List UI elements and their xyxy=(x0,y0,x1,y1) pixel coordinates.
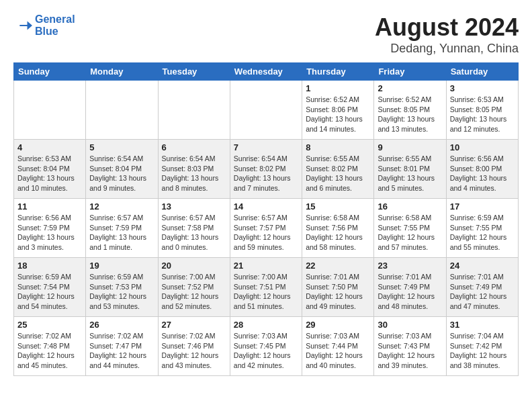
day-number: 3 xyxy=(450,83,515,93)
day-number: 4 xyxy=(17,142,82,152)
day-number: 14 xyxy=(234,201,298,212)
calendar-cell: 19Sunrise: 6:59 AM Sunset: 7:53 PM Dayli… xyxy=(86,258,158,317)
day-info: Sunrise: 6:53 AM Sunset: 8:05 PM Dayligh… xyxy=(450,95,515,134)
calendar-cell: 27Sunrise: 7:02 AM Sunset: 7:46 PM Dayli… xyxy=(158,317,230,376)
day-info: Sunrise: 7:01 AM Sunset: 7:49 PM Dayligh… xyxy=(378,272,442,312)
day-number: 27 xyxy=(162,320,226,330)
calendar-cell: 11Sunrise: 6:56 AM Sunset: 7:59 PM Dayli… xyxy=(14,199,86,258)
day-info: Sunrise: 7:03 AM Sunset: 7:44 PM Dayligh… xyxy=(306,331,370,371)
calendar-cell: 26Sunrise: 7:02 AM Sunset: 7:47 PM Dayli… xyxy=(86,317,158,376)
main-title: August 2024 xyxy=(375,13,519,42)
day-info: Sunrise: 6:58 AM Sunset: 7:55 PM Dayligh… xyxy=(378,213,442,253)
calendar-table: SundayMondayTuesdayWednesdayThursdayFrid… xyxy=(13,62,519,376)
calendar-cell: 1Sunrise: 6:52 AM Sunset: 8:06 PM Daylig… xyxy=(302,81,374,140)
day-info: Sunrise: 6:53 AM Sunset: 8:04 PM Dayligh… xyxy=(17,154,82,193)
weekday-header-row: SundayMondayTuesdayWednesdayThursdayFrid… xyxy=(14,63,519,81)
day-info: Sunrise: 6:57 AM Sunset: 7:58 PM Dayligh… xyxy=(162,213,226,253)
day-number: 8 xyxy=(306,142,370,152)
calendar-cell: 5Sunrise: 6:54 AM Sunset: 8:04 PM Daylig… xyxy=(86,140,158,199)
calendar-cell: 16Sunrise: 6:58 AM Sunset: 7:55 PM Dayli… xyxy=(374,199,446,258)
calendar-cell: 15Sunrise: 6:58 AM Sunset: 7:56 PM Dayli… xyxy=(302,199,374,258)
day-number: 21 xyxy=(234,261,298,271)
calendar-cell: 31Sunrise: 7:04 AM Sunset: 7:42 PM Dayli… xyxy=(446,317,518,376)
calendar-cell: 9Sunrise: 6:55 AM Sunset: 8:01 PM Daylig… xyxy=(374,140,446,199)
weekday-header-sunday: Sunday xyxy=(14,63,86,81)
title-block: August 2024 Dedang, Yunnan, China xyxy=(375,13,519,56)
page-header: General Blue August 2024 Dedang, Yunnan,… xyxy=(13,13,519,56)
calendar-cell: 25Sunrise: 7:02 AM Sunset: 7:48 PM Dayli… xyxy=(14,317,86,376)
weekday-header-saturday: Saturday xyxy=(446,63,518,81)
day-number: 26 xyxy=(89,320,154,330)
calendar-week-1: 1Sunrise: 6:52 AM Sunset: 8:06 PM Daylig… xyxy=(14,81,519,140)
calendar-cell: 8Sunrise: 6:55 AM Sunset: 8:02 PM Daylig… xyxy=(302,140,374,199)
day-number: 23 xyxy=(378,261,442,271)
calendar-week-5: 25Sunrise: 7:02 AM Sunset: 7:48 PM Dayli… xyxy=(14,317,519,376)
calendar-cell: 22Sunrise: 7:01 AM Sunset: 7:50 PM Dayli… xyxy=(302,258,374,317)
day-number: 12 xyxy=(89,201,154,212)
day-info: Sunrise: 7:03 AM Sunset: 7:45 PM Dayligh… xyxy=(234,331,298,371)
day-info: Sunrise: 7:02 AM Sunset: 7:48 PM Dayligh… xyxy=(17,331,82,371)
day-number: 1 xyxy=(306,83,370,93)
day-info: Sunrise: 6:57 AM Sunset: 7:57 PM Dayligh… xyxy=(234,213,298,253)
weekday-header-thursday: Thursday xyxy=(302,63,374,81)
day-info: Sunrise: 6:55 AM Sunset: 8:01 PM Dayligh… xyxy=(378,154,442,193)
day-number: 11 xyxy=(17,201,82,212)
calendar-cell: 6Sunrise: 6:54 AM Sunset: 8:03 PM Daylig… xyxy=(158,140,230,199)
day-info: Sunrise: 6:54 AM Sunset: 8:04 PM Dayligh… xyxy=(89,154,154,193)
day-number: 7 xyxy=(234,142,298,152)
day-info: Sunrise: 6:57 AM Sunset: 7:59 PM Dayligh… xyxy=(89,213,154,253)
logo: General Blue xyxy=(13,13,75,37)
svg-marker-1 xyxy=(19,21,32,30)
calendar-cell: 4Sunrise: 6:53 AM Sunset: 8:04 PM Daylig… xyxy=(14,140,86,199)
day-number: 30 xyxy=(378,320,442,330)
calendar-cell: 2Sunrise: 6:52 AM Sunset: 8:05 PM Daylig… xyxy=(374,81,446,140)
calendar-cell: 14Sunrise: 6:57 AM Sunset: 7:57 PM Dayli… xyxy=(230,199,302,258)
day-info: Sunrise: 6:56 AM Sunset: 8:00 PM Dayligh… xyxy=(450,154,515,193)
weekday-header-tuesday: Tuesday xyxy=(158,63,230,81)
day-info: Sunrise: 6:56 AM Sunset: 7:59 PM Dayligh… xyxy=(17,213,82,253)
logo-icon xyxy=(13,16,32,35)
day-info: Sunrise: 7:00 AM Sunset: 7:51 PM Dayligh… xyxy=(234,272,298,312)
day-info: Sunrise: 6:54 AM Sunset: 8:02 PM Dayligh… xyxy=(234,154,298,193)
day-info: Sunrise: 7:02 AM Sunset: 7:46 PM Dayligh… xyxy=(162,331,226,371)
calendar-cell: 17Sunrise: 6:59 AM Sunset: 7:55 PM Dayli… xyxy=(446,199,518,258)
calendar-cell: 10Sunrise: 6:56 AM Sunset: 8:00 PM Dayli… xyxy=(446,140,518,199)
calendar-cell: 23Sunrise: 7:01 AM Sunset: 7:49 PM Dayli… xyxy=(374,258,446,317)
weekday-header-monday: Monday xyxy=(86,63,158,81)
calendar-week-3: 11Sunrise: 6:56 AM Sunset: 7:59 PM Dayli… xyxy=(14,199,519,258)
day-number: 10 xyxy=(450,142,515,152)
day-info: Sunrise: 7:02 AM Sunset: 7:47 PM Dayligh… xyxy=(89,331,154,371)
day-info: Sunrise: 7:04 AM Sunset: 7:42 PM Dayligh… xyxy=(450,331,515,371)
calendar-cell: 13Sunrise: 6:57 AM Sunset: 7:58 PM Dayli… xyxy=(158,199,230,258)
calendar-cell: 21Sunrise: 7:00 AM Sunset: 7:51 PM Dayli… xyxy=(230,258,302,317)
day-number: 16 xyxy=(378,201,442,212)
day-number: 13 xyxy=(162,201,226,212)
calendar-cell: 28Sunrise: 7:03 AM Sunset: 7:45 PM Dayli… xyxy=(230,317,302,376)
calendar-cell: 30Sunrise: 7:03 AM Sunset: 7:43 PM Dayli… xyxy=(374,317,446,376)
day-number: 28 xyxy=(234,320,298,330)
calendar-cell: 24Sunrise: 7:01 AM Sunset: 7:49 PM Dayli… xyxy=(446,258,518,317)
day-number: 18 xyxy=(17,261,82,271)
logo-text: General Blue xyxy=(35,13,75,37)
day-number: 24 xyxy=(450,261,515,271)
day-info: Sunrise: 7:01 AM Sunset: 7:49 PM Dayligh… xyxy=(450,272,515,312)
subtitle: Dedang, Yunnan, China xyxy=(375,42,519,56)
calendar-week-4: 18Sunrise: 6:59 AM Sunset: 7:54 PM Dayli… xyxy=(14,258,519,317)
day-number: 31 xyxy=(450,320,515,330)
calendar-week-2: 4Sunrise: 6:53 AM Sunset: 8:04 PM Daylig… xyxy=(14,140,519,199)
calendar-cell: 20Sunrise: 7:00 AM Sunset: 7:52 PM Dayli… xyxy=(158,258,230,317)
calendar-cell xyxy=(230,81,302,140)
day-info: Sunrise: 6:54 AM Sunset: 8:03 PM Dayligh… xyxy=(162,154,226,193)
calendar-cell: 18Sunrise: 6:59 AM Sunset: 7:54 PM Dayli… xyxy=(14,258,86,317)
day-info: Sunrise: 6:59 AM Sunset: 7:53 PM Dayligh… xyxy=(89,272,154,312)
day-info: Sunrise: 6:58 AM Sunset: 7:56 PM Dayligh… xyxy=(306,213,370,253)
calendar-cell: 12Sunrise: 6:57 AM Sunset: 7:59 PM Dayli… xyxy=(86,199,158,258)
calendar-cell: 7Sunrise: 6:54 AM Sunset: 8:02 PM Daylig… xyxy=(230,140,302,199)
day-info: Sunrise: 6:59 AM Sunset: 7:55 PM Dayligh… xyxy=(450,213,515,253)
day-info: Sunrise: 6:52 AM Sunset: 8:05 PM Dayligh… xyxy=(378,95,442,134)
day-number: 20 xyxy=(162,261,226,271)
day-number: 2 xyxy=(378,83,442,93)
weekday-header-wednesday: Wednesday xyxy=(230,63,302,81)
calendar-cell xyxy=(86,81,158,140)
day-number: 17 xyxy=(450,201,515,212)
